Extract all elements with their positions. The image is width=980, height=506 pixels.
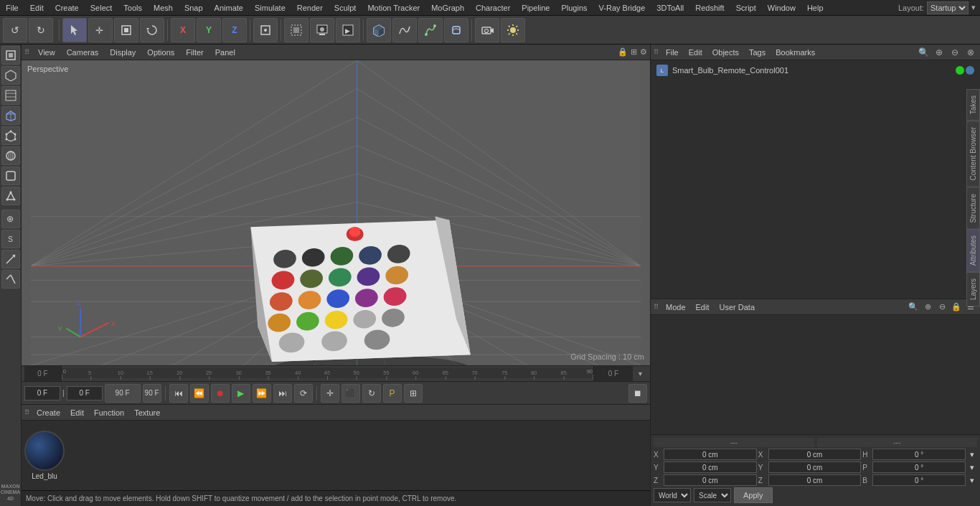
coord-b-arrow[interactable]: ▾ xyxy=(967,476,977,485)
obj-dot-blue[interactable] xyxy=(966,66,974,75)
sidebar-mode-0[interactable] xyxy=(1,46,20,65)
attr-remove-icon[interactable]: ⊖ xyxy=(936,301,948,314)
coord-scale-select[interactable]: Scale xyxy=(694,488,731,502)
timeline-frame-label[interactable]: 0 F xyxy=(593,366,633,381)
scale-tool-button[interactable] xyxy=(114,18,138,42)
sidebar-mode-4[interactable] xyxy=(1,126,20,145)
render-active-button[interactable] xyxy=(310,18,334,42)
render-region-button[interactable] xyxy=(284,18,308,42)
coord-h-arrow[interactable]: ▾ xyxy=(967,450,977,459)
menu-snap[interactable]: Snap xyxy=(179,2,209,14)
select-tool-button[interactable] xyxy=(62,18,87,42)
light-button[interactable] xyxy=(501,18,525,42)
sidebar-mode-6[interactable] xyxy=(1,167,20,185)
next-frame-button[interactable]: ⏩ xyxy=(253,384,271,403)
sidebar-spline-1[interactable]: S xyxy=(1,230,20,248)
mat-menu-function[interactable]: Function xyxy=(91,408,127,417)
menu-pipeline[interactable]: Pipeline xyxy=(516,2,555,14)
viewport-menu-options[interactable]: Options xyxy=(144,48,177,57)
menu-file[interactable]: File xyxy=(0,2,24,14)
layout-dropdown[interactable]: Startup xyxy=(927,1,969,14)
timeline-track[interactable]: 0 5 10 15 20 25 30 35 40 45 50 55 60 65 … xyxy=(62,366,593,381)
object-row-remote[interactable]: L Smart_Bulb_Remote_Control001 xyxy=(654,63,977,78)
menu-tools[interactable]: Tools xyxy=(118,2,148,14)
render-to-po-button[interactable]: ▶ xyxy=(336,18,360,42)
tab-content-browser[interactable]: Content Browser xyxy=(966,121,980,187)
deformer-button[interactable] xyxy=(444,18,468,42)
frame-end-input[interactable]: 90 F xyxy=(105,384,141,403)
goto-end-button[interactable]: ⏭ xyxy=(273,384,292,403)
obj-settings-icon[interactable]: ⊗ xyxy=(964,46,977,59)
viewport-3d[interactable]: Z X Y xyxy=(22,60,650,365)
sidebar-mode-1[interactable] xyxy=(1,66,20,85)
prev-frame-button[interactable]: ⏪ xyxy=(190,384,209,403)
coord-p-input[interactable] xyxy=(872,462,966,473)
all-button[interactable]: ⊞ xyxy=(404,384,423,403)
y-axis-button[interactable]: Y xyxy=(197,18,221,42)
menu-script[interactable]: Script xyxy=(730,2,762,14)
play-button[interactable]: ▶ xyxy=(232,384,250,403)
rotate-key-button[interactable]: ↻ xyxy=(362,384,381,403)
menu-animate[interactable]: Animate xyxy=(209,2,249,14)
sidebar-mode-7[interactable] xyxy=(1,187,20,205)
layout-arrow-icon[interactable]: ▾ xyxy=(971,3,976,12)
attr-search-icon[interactable]: 🔍 xyxy=(907,301,920,314)
menu-mograph[interactable]: MoGraph xyxy=(425,2,470,14)
apply-button[interactable]: Apply xyxy=(734,487,773,503)
viewport-gear-icon[interactable]: ⚙ xyxy=(640,47,647,57)
viewport-menu-display[interactable]: Display xyxy=(107,48,138,57)
menu-simulate[interactable]: Simulate xyxy=(249,2,291,14)
move-key-button[interactable]: ✛ xyxy=(321,384,339,403)
menu-motion-tracker[interactable]: Motion Tracker xyxy=(362,2,425,14)
timeline-expand-btn[interactable]: ▾ xyxy=(633,366,647,381)
camera-button[interactable] xyxy=(475,18,499,42)
coord-world-select[interactable]: World xyxy=(654,488,691,502)
menu-3dtoall[interactable]: 3DToAll xyxy=(651,2,689,14)
menu-create[interactable]: Create xyxy=(50,2,85,14)
menu-plugins[interactable]: Plugins xyxy=(555,2,593,14)
scale-key-button[interactable]: ⬛ xyxy=(341,384,360,403)
mat-menu-create[interactable]: Create xyxy=(34,408,63,417)
viewport-lock-icon[interactable]: 🔒 xyxy=(618,47,628,57)
attr-add-icon[interactable]: ⊕ xyxy=(921,301,934,314)
object-mode-button[interactable] xyxy=(253,18,278,42)
obj-menu-tags[interactable]: Tags xyxy=(746,48,768,57)
tab-structure[interactable]: Structure xyxy=(966,187,980,230)
menu-character[interactable]: Character xyxy=(470,2,516,14)
undo-button[interactable]: ↺ xyxy=(3,18,27,42)
obj-menu-bookmarks[interactable]: Bookmarks xyxy=(773,48,818,57)
sidebar-spline-3[interactable] xyxy=(1,270,20,289)
mat-menu-texture[interactable]: Texture xyxy=(131,408,163,417)
move-tool-button[interactable]: ✛ xyxy=(88,18,113,42)
menu-help[interactable]: Help xyxy=(801,2,829,14)
attr-menu-edit[interactable]: Edit xyxy=(693,303,712,311)
redo-button[interactable]: ↻ xyxy=(29,18,53,42)
z-axis-button[interactable]: Z xyxy=(222,18,247,42)
sidebar-mode-2[interactable] xyxy=(1,86,20,105)
attr-lock-icon[interactable]: 🔒 xyxy=(950,301,963,314)
attr-menu-userdata[interactable]: User Data xyxy=(717,303,758,311)
menu-sculpt[interactable]: Sculpt xyxy=(329,2,362,14)
tab-takes[interactable]: Takes xyxy=(966,89,980,121)
obj-menu-objects[interactable]: Objects xyxy=(710,48,742,57)
x-axis-button[interactable]: X xyxy=(171,18,195,42)
frame-current-input[interactable] xyxy=(67,386,103,400)
obj-expand-icon[interactable]: ⊕ xyxy=(933,46,946,59)
curve-button[interactable] xyxy=(392,18,417,42)
tab-attributes[interactable]: Attributes xyxy=(966,229,980,272)
coord-h-input[interactable] xyxy=(872,449,966,460)
obj-collapse-icon[interactable]: ⊖ xyxy=(948,46,961,59)
coord-y-size-input[interactable] xyxy=(768,462,862,473)
sidebar-mode-5[interactable] xyxy=(1,146,20,165)
obj-menu-file[interactable]: File xyxy=(663,48,682,57)
frame-start-input[interactable] xyxy=(24,386,60,400)
viewport-expand-icon[interactable]: ⊞ xyxy=(631,47,637,57)
record-button[interactable]: ⏺ xyxy=(211,384,230,403)
attr-menu-mode[interactable]: Mode xyxy=(663,303,689,311)
menu-render[interactable]: Render xyxy=(291,2,329,14)
coord-x-size-input[interactable] xyxy=(768,449,862,460)
viewport-menu-view[interactable]: View xyxy=(35,48,58,57)
menu-edit[interactable]: Edit xyxy=(24,2,50,14)
coord-b-input[interactable] xyxy=(872,474,966,486)
menu-mesh[interactable]: Mesh xyxy=(148,2,179,14)
